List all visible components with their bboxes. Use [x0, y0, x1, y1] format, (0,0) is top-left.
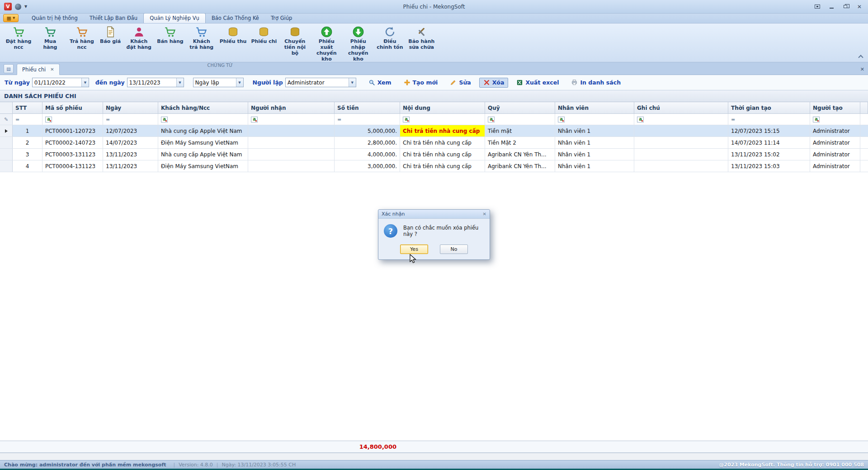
- creator-input[interactable]: [286, 78, 349, 87]
- column-header-khach_hang[interactable]: Khách hàng/Ncc: [158, 102, 248, 113]
- menu-tab-bao-cao-thong-ke[interactable]: Báo Cáo Thống Kê: [206, 14, 265, 23]
- ribbon-button-ban-hang[interactable]: Bán hàng: [155, 24, 185, 45]
- text-filter-icon: a: [558, 117, 565, 122]
- action-button-in-danh-sach[interactable]: In danh sách: [567, 78, 625, 88]
- ribbon-button-dieu-chinh-ton[interactable]: Điều chỉnh tồn: [374, 24, 406, 51]
- filter-cell-khach_hang[interactable]: a: [158, 114, 248, 125]
- menu-tab-quan-tri-he-thong[interactable]: Quản trị hệ thống: [26, 14, 84, 23]
- no-button[interactable]: No: [440, 244, 468, 254]
- horizontal-scrollbar[interactable]: [0, 453, 868, 460]
- cell-nguoi_tao: Administrator: [810, 125, 860, 136]
- filter-cell-quy[interactable]: a: [485, 114, 555, 125]
- filter-cell-noi_dung[interactable]: a: [400, 114, 485, 125]
- column-header-nhan_vien[interactable]: Nhân viên: [555, 102, 634, 113]
- close-button[interactable]: ✕: [856, 4, 863, 10]
- table-row[interactable]: 1PCT00001-12072312/07/2023Nhà cung cấp A…: [0, 125, 868, 137]
- confirm-dialog: Xác nhận ✕ ? Bạn có chắc muốn xóa phiếu …: [378, 209, 490, 260]
- action-button-label: Tạo mới: [413, 79, 438, 86]
- application-button[interactable]: ▦ ▼: [3, 14, 19, 22]
- app-menu-icon[interactable]: [15, 4, 21, 10]
- action-button-xoa[interactable]: Xóa: [479, 78, 509, 88]
- ribbon-tab-bar: ▦ ▼ Quản trị hệ thốngThiết Lập Ban ĐầuQu…: [0, 14, 868, 24]
- sort-field-input[interactable]: [193, 78, 236, 87]
- ribbon-button-mua-hang[interactable]: Mua hàng: [34, 24, 66, 51]
- action-button-xem[interactable]: Xem: [364, 78, 396, 88]
- yes-button[interactable]: Yes: [400, 244, 428, 254]
- row-filler: [860, 125, 868, 136]
- column-header-nguoi_nhan[interactable]: Người nhận: [248, 102, 335, 113]
- ribbon-button-khach-dat-hang[interactable]: Khách đặt hàng: [123, 24, 155, 51]
- header-filler: [860, 102, 868, 113]
- column-header-ghi_chu[interactable]: Ghi chú: [634, 102, 728, 113]
- ribbon-button-khach-tra-hang[interactable]: Khách trả hàng: [186, 24, 217, 51]
- menu-tab-thiet-lap-ban-dau[interactable]: Thiết Lập Ban Đầu: [84, 14, 143, 23]
- sort-field-combo: ▼: [193, 78, 244, 87]
- cell-so_tien: 2,800,000.: [335, 137, 400, 148]
- from-date-picker: ▼: [32, 78, 89, 87]
- restore-button[interactable]: [842, 4, 849, 10]
- ribbon-button-phieu-thu[interactable]: Phiếu thu: [217, 24, 249, 45]
- minimize-button[interactable]: [828, 4, 835, 10]
- filter-cell-nhan_vien[interactable]: a: [555, 114, 634, 125]
- column-header-ngay[interactable]: Ngày: [103, 102, 158, 113]
- money-icon: [227, 26, 239, 38]
- creator-dropdown-icon[interactable]: ▼: [349, 78, 356, 87]
- ribbon-button-label: Điều chỉnh tồn: [376, 39, 403, 51]
- action-button-label: Xem: [377, 79, 392, 86]
- filter-cell-ghi_chu[interactable]: a: [634, 114, 728, 125]
- column-header-stt[interactable]: STT: [13, 102, 42, 113]
- ribbon-button-bao-hanh-sua-chua[interactable]: Bảo hành sửa chữa: [406, 24, 437, 51]
- dialog-close-icon[interactable]: ✕: [483, 212, 486, 216]
- action-button-xuat-excel[interactable]: Xuất excel: [512, 78, 563, 88]
- cell-nguoi_nhan: [248, 160, 335, 172]
- ribbon-button-label: Báo giá: [100, 39, 121, 45]
- cell-khach_hang: Điện Máy Samsung VietNam: [158, 137, 248, 148]
- to-date-dropdown-icon[interactable]: ▼: [176, 78, 184, 87]
- menu-tab-quan-ly-nghiep-vu[interactable]: Quản Lý Nghiệp Vụ: [143, 13, 206, 23]
- cell-quy: Tiền Mặt 2: [485, 137, 555, 148]
- filter-cell-stt[interactable]: =: [13, 114, 42, 125]
- ribbon-button-bao-gia[interactable]: Báo giá: [98, 24, 123, 45]
- ribbon-button-chuyen-tien-noi-bo[interactable]: Chuyển tiền nội bộ: [279, 24, 311, 56]
- column-header-thoi_gian_tao[interactable]: Thời gian tạo: [728, 102, 810, 113]
- ribbon-button-tra-hang-ncc[interactable]: Trả hàng ncc: [66, 24, 98, 51]
- ribbon-button-phieu-nhap-chuyen-kho[interactable]: Phiếu nhập chuyển kho: [342, 24, 374, 62]
- fullscreen-button[interactable]: [814, 4, 821, 10]
- column-header-quy[interactable]: Quỹ: [485, 102, 555, 113]
- action-button-sua[interactable]: Sửa: [446, 78, 475, 88]
- ribbon-button-phieu-chi[interactable]: Phiếu chi: [249, 24, 279, 45]
- filter-cell-ma_so_phieu[interactable]: a: [42, 114, 103, 125]
- menu-tab-tro-giup[interactable]: Trợ Giúp: [265, 14, 298, 23]
- filter-cell-ngay[interactable]: =: [103, 114, 158, 125]
- from-date-input[interactable]: [33, 78, 81, 87]
- column-header-so_tien[interactable]: Số tiền: [335, 102, 400, 113]
- column-header-noi_dung[interactable]: Nội dung: [400, 102, 485, 113]
- table-row[interactable]: 2PCT00002-14072314/07/2023Điện Máy Samsu…: [0, 137, 868, 149]
- quick-access-caret-icon[interactable]: ▼: [24, 5, 27, 9]
- action-button-tao-moi[interactable]: Tạo mới: [400, 78, 442, 88]
- cell-thoi_gian_tao: 14/07/2023 11:14: [728, 137, 810, 148]
- table-row[interactable]: 4PCT00004-13112313/11/2023Điện Máy Samsu…: [0, 160, 868, 172]
- ribbon-button-phieu-xuat-chuyen-kho[interactable]: Phiếu xuất chuyển kho: [311, 24, 342, 62]
- filter-cell-so_tien[interactable]: =: [335, 114, 400, 125]
- sort-field-dropdown-icon[interactable]: ▼: [236, 78, 243, 87]
- ribbon-collapse-icon[interactable]: [859, 54, 863, 58]
- from-date-dropdown-icon[interactable]: ▼: [81, 78, 89, 87]
- filter-cell-nguoi_tao[interactable]: a: [810, 114, 860, 125]
- grid-total-value: 14,800,000: [0, 443, 400, 450]
- to-date-input[interactable]: [127, 78, 176, 87]
- cell-khach_hang: Nhà cung cấp Apple Việt Nam: [158, 149, 248, 160]
- cell-nguoi_tao: Administrator: [810, 149, 860, 160]
- filter-cell-thoi_gian_tao[interactable]: =: [728, 114, 810, 125]
- filter-cell-nguoi_nhan[interactable]: a: [248, 114, 335, 125]
- table-row[interactable]: 3PCT00003-13112313/11/2023Nhà cung cấp A…: [0, 149, 868, 160]
- column-header-nguoi_tao[interactable]: Người tạo: [810, 102, 860, 113]
- tab-close-icon[interactable]: ✕: [50, 67, 54, 72]
- to-date-label: đến ngày: [95, 79, 125, 86]
- ribbon-button-dat-hang-ncc[interactable]: Đặt hàng ncc: [3, 24, 34, 51]
- strip-close-button[interactable]: ✕: [860, 66, 864, 72]
- cell-ghi_chu: [634, 125, 728, 136]
- column-header-ma_so_phieu[interactable]: Mã số phiếu: [42, 102, 103, 113]
- document-tab-phieu-chi[interactable]: Phiếu chi ✕: [17, 64, 60, 75]
- dialog-title-bar[interactable]: Xác nhận ✕: [378, 210, 490, 219]
